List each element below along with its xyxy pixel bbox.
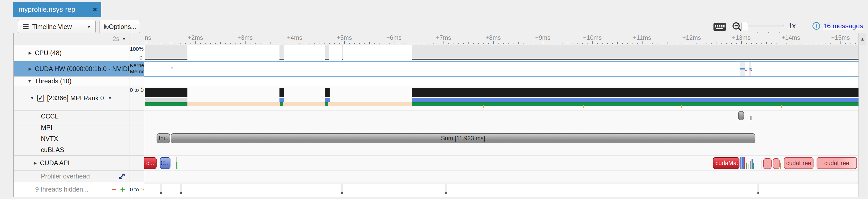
nvtx-range-sum[interactable]: Sum [11.923 ms] <box>171 133 755 143</box>
cuda-api-tick-event[interactable] <box>780 163 781 169</box>
cuda-api-call[interactable]: ... <box>773 158 780 169</box>
cuda-api-tick-event[interactable] <box>176 157 177 162</box>
chevron-down-icon[interactable]: ▼ <box>108 96 112 101</box>
cuda-api-tick-event[interactable] <box>740 157 742 169</box>
add-thread-button[interactable]: + <box>120 185 125 194</box>
expand-row-icon[interactable] <box>118 172 126 181</box>
thread-state-gray <box>145 98 187 102</box>
sidebar-row-cublas[interactable]: cuBLAS <box>13 145 130 156</box>
cuda-free-call[interactable]: cudaFree <box>816 157 857 169</box>
keyboard-shortcuts-icon[interactable] <box>713 23 726 31</box>
report-tab[interactable]: myprofile.nsys-rep × <box>13 2 101 17</box>
cuda-api-call[interactable]: c... <box>144 157 157 169</box>
cuda-api-tick-event[interactable] <box>748 164 748 169</box>
mpi-range-label: 0 to 100% <box>130 87 143 93</box>
ruler-tick <box>260 43 260 44</box>
sidebar-row-cccl[interactable]: CCCL <box>13 111 130 122</box>
expand-right-icon[interactable]: ▶ <box>29 50 32 55</box>
ruler-tick <box>607 43 608 44</box>
cuda-api-tick-event[interactable] <box>751 159 753 169</box>
collapse-down-icon[interactable]: ▼ <box>30 96 34 101</box>
threads-timeline-row[interactable] <box>144 77 859 86</box>
remove-thread-button[interactable]: − <box>112 185 117 194</box>
nvtx-range-init[interactable]: Ini... <box>157 133 170 143</box>
collapse-down-icon[interactable]: ▼ <box>28 79 32 84</box>
sidebar-row-cpu[interactable]: ▶ CPU (48) <box>13 45 130 61</box>
cuda-api-scale <box>130 156 144 170</box>
zoom-slider-handle[interactable] <box>742 22 748 30</box>
ruler-tick <box>746 43 747 44</box>
thread-state-running <box>145 102 187 106</box>
vertical-scrollbar[interactable]: ▲ <box>859 33 866 197</box>
cuda-api-tick-event[interactable] <box>753 163 754 169</box>
cuda-memory-event[interactable] <box>745 70 747 71</box>
cuda-api-call[interactable]: C... <box>160 157 170 169</box>
expand-right-icon[interactable]: ▶ <box>29 67 32 71</box>
row-label-column: 2s ▼ ▶ CPU (48) ▶ CUDA HW (0000:00:1b.0 … <box>13 33 130 197</box>
cuda-api-tick-event[interactable] <box>176 162 177 169</box>
hidden-range-label: 0 to 100% <box>130 187 143 193</box>
cccl-event-small[interactable] <box>750 116 751 120</box>
messages-link[interactable]: 16 messages <box>823 22 863 30</box>
timeline-canvas[interactable]: ns+2ms+3ms+4ms+5ms+6ms+7ms+8ms+9ms+10ms+… <box>144 33 859 197</box>
zoom-out-icon[interactable] <box>732 22 743 32</box>
sidebar-row-nvtx[interactable]: NVTX <box>13 133 130 145</box>
cuda-memory-event[interactable] <box>750 70 752 71</box>
sidebar-row-mpi-rank-0[interactable]: ▼ ✓ [23366] MPI Rank 0 ▼ <box>13 86 130 111</box>
thread-marker-orange[interactable] <box>781 106 782 108</box>
mpi-timeline-row[interactable] <box>144 122 859 133</box>
ruler-tick <box>637 43 638 44</box>
ruler-tick <box>707 43 707 44</box>
ruler-tick <box>424 43 424 44</box>
ruler-tick <box>171 42 171 44</box>
thread-marker-orange[interactable] <box>483 106 484 108</box>
view-selector-dropdown[interactable]: Timeline View ▼ <box>18 20 96 33</box>
sidebar-row-cuda-api[interactable]: ▶ CUDA API <box>13 156 130 170</box>
sidebar-row-cuda-hw[interactable]: ▶ CUDA HW (0000:00:1b.0 - NVIDIA A <box>13 61 130 77</box>
ruler-tick <box>642 41 643 44</box>
time-ruler[interactable]: ns+2ms+3ms+4ms+5ms+6ms+7ms+8ms+9ms+10ms+… <box>144 33 859 45</box>
thread-visibility-checkbox[interactable]: ✓ <box>37 95 44 102</box>
cuda-kernel-event[interactable] <box>740 68 745 70</box>
cuda-free-call[interactable]: cudaFree <box>784 157 813 169</box>
hidden-thread-activity-dot <box>160 192 162 194</box>
tab-close-icon[interactable]: × <box>93 6 97 13</box>
profiler-timeline-row[interactable] <box>144 170 859 182</box>
hidden-thread-activity-dot <box>341 192 343 194</box>
ruler-range-header[interactable]: 2s ▼ <box>13 33 130 45</box>
ruler-tick <box>741 41 742 44</box>
cublas-timeline-row[interactable] <box>144 145 859 156</box>
cuda-malloc-call[interactable]: cudaMa... <box>713 157 739 169</box>
thread-marker-orange[interactable] <box>681 106 682 108</box>
cuda-api-tick-event[interactable] <box>742 157 744 169</box>
ruler-tick <box>210 43 211 44</box>
zoom-slider-track[interactable] <box>742 25 784 27</box>
sidebar-row-mpi[interactable]: MPI <box>13 122 130 133</box>
sidebar-row-threads[interactable]: ▼ Threads (10) <box>13 77 130 86</box>
ruler-tick <box>831 43 831 44</box>
ruler-tick <box>463 43 464 44</box>
sidebar-row-profiler-overhead[interactable]: Profiler overhead <box>13 170 130 182</box>
scroll-up-button[interactable]: ▲ <box>859 33 866 45</box>
cuda-kernel-event[interactable] <box>749 68 751 70</box>
thread-marker-orange[interactable] <box>583 106 584 108</box>
cuda-api-tick-event[interactable] <box>750 161 751 169</box>
sidebar-row-hidden-threads[interactable]: 9 threads hidden... − + <box>13 184 130 195</box>
ruler-tick <box>468 42 469 44</box>
expand-right-icon[interactable]: ▶ <box>34 161 37 165</box>
cuda-api-tick-event[interactable] <box>744 157 745 169</box>
ruler-tick <box>548 43 548 44</box>
row-label: CCCL <box>41 113 58 120</box>
hidden-threads-timeline-row[interactable] <box>144 184 859 195</box>
options-button[interactable]: Options... <box>99 20 140 33</box>
thread-cpu-usage-block <box>145 88 187 97</box>
cuda-api-tick-event[interactable] <box>762 160 762 169</box>
cccl-event[interactable] <box>738 111 744 120</box>
cuda-api-tick-event[interactable] <box>746 163 747 169</box>
hidden-threads-scale: 0 to 100% <box>130 184 144 195</box>
ruler-tick-label: +8ms <box>486 34 501 41</box>
ruler-tick <box>195 41 196 44</box>
cuda-api-call[interactable]: ... <box>763 158 772 169</box>
ruler-tick <box>190 43 191 44</box>
ruler-tick <box>389 43 390 44</box>
